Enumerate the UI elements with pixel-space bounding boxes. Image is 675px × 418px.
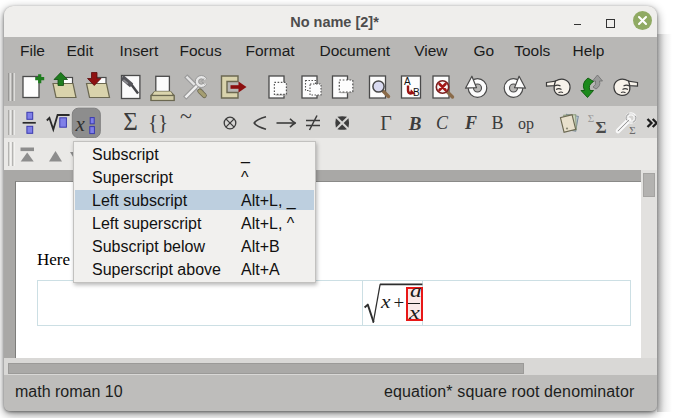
- svg-text:A: A: [404, 76, 411, 87]
- svg-text:F: F: [464, 113, 477, 133]
- svg-text:B: B: [413, 87, 420, 98]
- svg-text:Σ: Σ: [629, 124, 635, 136]
- svg-text:op: op: [518, 115, 534, 133]
- svg-text:Σ: Σ: [123, 108, 138, 135]
- svg-text:x: x: [75, 112, 86, 136]
- svg-text:B: B: [408, 113, 422, 134]
- svg-text:C: C: [436, 113, 449, 133]
- svg-text:{}: {}: [148, 110, 168, 134]
- svg-text:B: B: [491, 113, 503, 133]
- svg-text:Σ: Σ: [595, 118, 606, 137]
- svg-text:Γ: Γ: [380, 112, 392, 134]
- svg-text:~: ~: [180, 106, 192, 128]
- svg-text:Σ: Σ: [588, 112, 594, 124]
